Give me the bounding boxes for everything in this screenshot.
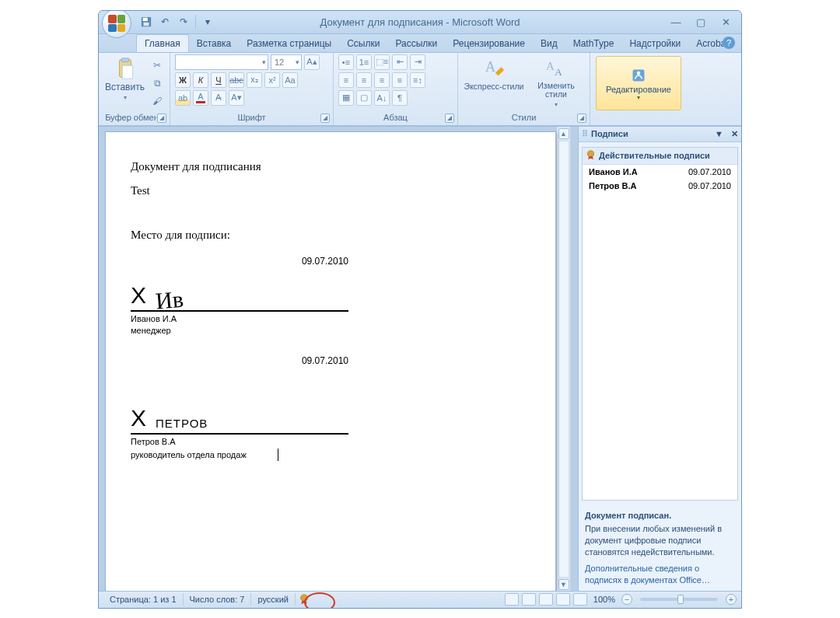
svg-text:A: A [555, 66, 562, 78]
decrease-indent-button[interactable]: ⇤ [392, 54, 408, 70]
view-draft-button[interactable] [573, 593, 587, 606]
sig1-signature-image: Ив [155, 285, 185, 314]
svg-rect-2 [144, 23, 149, 26]
bold-button[interactable]: Ж [175, 72, 191, 88]
zoom-level[interactable]: 100% [593, 595, 615, 604]
clipboard-dialog-launcher[interactable]: ◢ [157, 113, 166, 123]
svg-rect-4 [121, 58, 128, 61]
sig2-role: руководитель отдела продаж [131, 450, 247, 459]
font-family-combo[interactable]: ▾ [175, 54, 268, 70]
save-icon[interactable] [139, 15, 153, 29]
font-color-button[interactable]: A [193, 90, 208, 106]
taskpane-close-icon[interactable]: ✕ [731, 129, 738, 139]
cut-icon[interactable]: ✂ [149, 58, 165, 73]
shrink-font-icon[interactable]: A▾ [229, 90, 244, 106]
help-icon[interactable]: ? [723, 37, 735, 49]
font-dialog-launcher[interactable]: ◢ [320, 113, 330, 123]
taskpane-grip-icon[interactable]: ⠿ [582, 129, 588, 139]
scroll-up-icon[interactable]: ▲ [558, 128, 569, 139]
zoom-out-button[interactable]: − [621, 594, 632, 605]
status-page[interactable]: Страница: 1 из 1 [103, 593, 184, 606]
subscript-button[interactable]: x₂ [247, 72, 262, 88]
strike-button[interactable]: abc [229, 72, 244, 88]
signed-title: Документ подписан. [585, 510, 735, 522]
close-button[interactable]: ✕ [718, 15, 733, 29]
tab-home[interactable]: Главная [136, 34, 189, 52]
line-spacing-button[interactable]: ≡↕ [410, 72, 425, 88]
change-case-button[interactable]: Aa [282, 72, 298, 88]
sort-button[interactable]: A↓ [374, 90, 390, 106]
superscript-button[interactable]: x² [264, 72, 280, 88]
view-outline-button[interactable] [556, 593, 570, 606]
status-word-count[interactable]: Число слов: 7 [184, 593, 252, 606]
styles-dialog-launcher[interactable]: ◢ [577, 113, 586, 123]
minimize-button[interactable]: — [668, 15, 684, 29]
tab-references[interactable]: Ссылки [339, 35, 387, 52]
ribbon-tabs: Главная Вставка Разметка страницы Ссылки… [99, 34, 741, 53]
copy-icon[interactable]: ⧉ [149, 75, 165, 91]
signatures-help-link[interactable]: Дополнительные сведения о подписях в док… [585, 563, 735, 586]
quick-styles-button[interactable]: A Экспресс-стили [463, 54, 525, 91]
page[interactable]: Документ для подписания Test Место для п… [105, 131, 556, 591]
tab-view[interactable]: Вид [533, 35, 565, 52]
signature-block-2: 09.07.2010 X ПЕТРОВ Петров В.А руководит… [131, 355, 348, 461]
editing-button[interactable]: Редактирование ▾ [596, 56, 681, 110]
undo-icon[interactable]: ↶ [158, 15, 172, 29]
bullets-button[interactable]: •≡ [338, 54, 354, 70]
redo-icon[interactable]: ↷ [177, 15, 191, 29]
paste-button[interactable]: Вставить ▾ [103, 54, 146, 101]
format-painter-icon[interactable]: 🖌 [149, 93, 165, 109]
change-styles-button[interactable]: AA Изменить стили ▾ [528, 54, 584, 108]
signer-row[interactable]: Петров В.А09.07.2010 [583, 179, 737, 193]
view-web-layout-button[interactable] [539, 593, 553, 606]
italic-button[interactable]: К [193, 72, 208, 88]
numbering-button[interactable]: 1≡ [356, 54, 372, 70]
view-print-layout-button[interactable] [505, 593, 519, 606]
paragraph-group-label: Абзац [383, 113, 408, 122]
underline-button[interactable]: Ч [211, 72, 226, 88]
zoom-slider[interactable] [640, 598, 718, 601]
tab-layout[interactable]: Разметка страницы [239, 35, 339, 52]
title-bar: ↶ ↷ ▾ Документ для подписания - Microsof… [99, 11, 741, 34]
qat-customize-icon[interactable]: ▾ [201, 15, 215, 29]
increase-indent-button[interactable]: ⇥ [410, 54, 425, 70]
align-left-button[interactable]: ≡ [338, 72, 354, 88]
taskpane-title: Подписи [591, 129, 628, 138]
valid-signatures-section: Действительные подписи Иванов И.А09.07.2… [582, 147, 738, 501]
group-font: ▾ 12▾ A▴ Ж К Ч abc x₂ x² Aa ab A A̶ [170, 53, 334, 125]
tab-review[interactable]: Рецензирование [445, 35, 533, 52]
doc-heading: Документ для подписания [131, 160, 530, 173]
tab-insert[interactable]: Вставка [189, 35, 240, 52]
tab-addins[interactable]: Надстройки [621, 35, 688, 52]
borders-button[interactable]: ▢ [356, 90, 372, 106]
tab-mailings[interactable]: Рассылки [387, 35, 445, 52]
text-cursor [278, 449, 278, 461]
justify-button[interactable]: ≡ [392, 72, 408, 88]
group-paragraph: •≡ 1≡ ⬚≡ ⇤ ⇥ ≡ ≡ ≡ ≡ ≡↕ ▦ ▢ A↓ ¶ [334, 53, 458, 125]
shading-button[interactable]: ▦ [338, 90, 354, 106]
status-signature-icon[interactable] [296, 593, 313, 606]
align-center-button[interactable]: ≡ [356, 72, 372, 88]
signer-row[interactable]: Иванов И.А09.07.2010 [583, 165, 737, 179]
align-right-button[interactable]: ≡ [374, 72, 390, 88]
paragraph-dialog-launcher[interactable]: ◢ [445, 113, 454, 123]
clear-formatting-button[interactable]: A̶ [211, 90, 226, 106]
document-scroll[interactable]: Документ для подписания Test Место для п… [99, 127, 578, 591]
svg-text:A: A [485, 58, 496, 74]
sig2-printed-name: ПЕТРОВ [156, 417, 208, 430]
tab-mathtype[interactable]: MathType [565, 35, 622, 52]
sig1-x-mark: X [131, 282, 146, 309]
multilevel-button[interactable]: ⬚≡ [374, 54, 390, 70]
grow-font-icon[interactable]: A▴ [304, 54, 320, 70]
office-button[interactable] [102, 10, 131, 39]
font-size-combo[interactable]: 12▾ [271, 54, 302, 70]
status-language[interactable]: русский [251, 593, 295, 606]
show-marks-button[interactable]: ¶ [392, 90, 408, 106]
maximize-button[interactable]: ▢ [693, 15, 709, 29]
zoom-in-button[interactable]: + [726, 594, 737, 605]
taskpane-menu-icon[interactable]: ▼ [715, 129, 723, 138]
highlight-button[interactable]: ab [175, 90, 191, 106]
vertical-scrollbar[interactable]: ▲ ▼ ◦ ◉ ◦ [556, 127, 570, 591]
view-full-screen-button[interactable] [522, 593, 536, 606]
scroll-down-icon[interactable]: ▼ [558, 579, 569, 590]
